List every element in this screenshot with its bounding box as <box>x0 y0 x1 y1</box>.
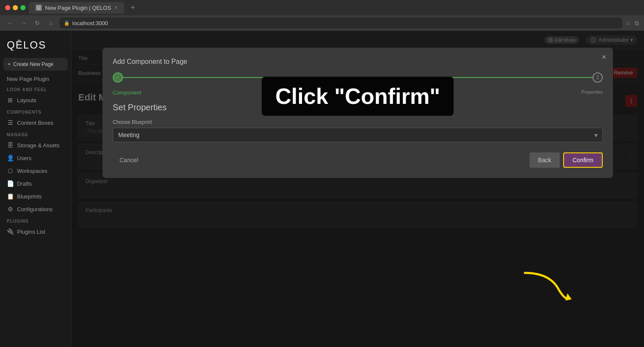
new-page-plugin-label: New Page Plugin <box>0 74 71 84</box>
step-2-label: Properties <box>581 89 603 95</box>
sidebar-item-blueprints-label: Blueprints <box>17 193 42 200</box>
lock-icon: 🔒 <box>64 20 70 26</box>
sidebar: QĒLOS + Create New Page New Page Plugin … <box>0 31 71 347</box>
main-content: Edit Mode Administrator ▾ Title Descript… <box>71 31 644 347</box>
modal-footer: Cancel Back Confirm <box>113 152 603 168</box>
blueprint-select-wrapper: Meeting Event Conference Workshop ▾ <box>113 128 603 142</box>
components-section: COMPONENTS <box>0 106 71 116</box>
back-button[interactable]: Back <box>530 152 560 168</box>
modal-footer-right: Back Confirm <box>530 152 603 168</box>
create-new-page-button[interactable]: + Create New Page <box>3 58 68 71</box>
sidebar-item-layouts-label: Layouts <box>17 97 37 103</box>
sidebar-item-plugins-label: Plugins List <box>17 229 45 235</box>
plus-icon: + <box>8 61 11 67</box>
browser-tab[interactable]: Q New Page Plugin | QELOS × <box>29 2 124 14</box>
tooltip-text: Click "Confirm" <box>275 84 440 109</box>
blueprint-select[interactable]: Meeting Event Conference Workshop <box>113 128 603 142</box>
workspaces-icon: ⬡ <box>7 167 14 174</box>
sidebar-item-workspaces[interactable]: ⬡ Workspaces <box>0 164 71 177</box>
minimize-traffic-light[interactable] <box>13 5 18 10</box>
create-new-page-label: Create New Page <box>13 61 54 67</box>
tab-close-button[interactable]: × <box>114 5 117 11</box>
maximize-traffic-light[interactable] <box>20 5 26 10</box>
sidebar-item-plugins-list[interactable]: 🔌 Plugins List <box>0 225 71 238</box>
look-and-feel-section: LOOK AND FEEL <box>0 84 71 94</box>
nav-icons-right: ☆ ⧉ <box>626 20 639 27</box>
bookmark-icon[interactable]: ☆ <box>626 20 631 27</box>
sidebar-item-content-boxes-label: Content Boxes <box>17 120 53 126</box>
sidebar-item-users[interactable]: 👤 Users <box>0 152 71 164</box>
close-traffic-light[interactable] <box>5 5 10 10</box>
sidebar-item-blueprints[interactable]: 📋 Blueprints <box>0 190 71 203</box>
sidebar-item-users-label: Users <box>17 155 31 161</box>
refresh-button[interactable]: ↻ <box>32 18 43 28</box>
step-1-label: Component <box>113 89 141 96</box>
layouts-icon: ⊞ <box>7 97 14 103</box>
sidebar-item-storage[interactable]: 🗄 Storage & Assets <box>0 139 71 152</box>
sidebar-item-drafts[interactable]: 📄 Drafts <box>0 177 71 190</box>
home-button[interactable]: ⌂ <box>46 18 56 28</box>
traffic-lights <box>5 5 26 10</box>
modal-title: Add Component to Page <box>113 58 603 66</box>
sidebar-item-storage-label: Storage & Assets <box>17 142 60 149</box>
app-container: QĒLOS + Create New Page New Page Plugin … <box>0 31 644 347</box>
sidebar-item-workspaces-label: Workspaces <box>17 168 47 174</box>
new-tab-button[interactable]: + <box>128 3 138 13</box>
sidebar-item-configurations[interactable]: ⚙ Configurations <box>0 203 71 215</box>
titlebar: Q New Page Plugin | QELOS × + <box>0 0 644 15</box>
sidebar-item-layouts[interactable]: ⊞ Layouts <box>0 94 71 106</box>
plugins-section: PLUGINS <box>0 215 71 225</box>
cancel-button[interactable]: Cancel <box>113 152 145 168</box>
modal-close-button[interactable]: × <box>601 53 606 62</box>
manage-section: MANAGE <box>0 129 71 139</box>
plugins-icon: 🔌 <box>7 228 14 235</box>
choose-blueprint-label: Choose Blueprint <box>113 119 603 125</box>
storage-icon: 🗄 <box>7 142 14 149</box>
step-1-done: ✓ <box>113 72 123 83</box>
confirm-button[interactable]: Confirm <box>563 152 603 168</box>
address-text: localhost:3000 <box>72 20 108 26</box>
tab-title: New Page Plugin | QELOS <box>45 5 111 11</box>
logo-text: QĒLOS <box>7 39 64 51</box>
sidebar-logo: QĒLOS <box>0 36 71 58</box>
browser-chrome: Q New Page Plugin | QELOS × + ← → ↻ ⌂ 🔒 … <box>0 0 644 31</box>
browser-navbar: ← → ↻ ⌂ 🔒 localhost:3000 ☆ ⧉ <box>0 15 644 31</box>
drafts-icon: 📄 <box>7 180 14 187</box>
step-2-num: 2 <box>593 72 603 83</box>
content-boxes-icon: ☰ <box>7 119 14 126</box>
configurations-icon: ⚙ <box>7 206 14 212</box>
sidebar-item-configurations-label: Configurations <box>17 206 53 212</box>
extensions-icon[interactable]: ⧉ <box>635 20 639 27</box>
tab-favicon: Q <box>36 5 42 11</box>
users-icon: 👤 <box>7 155 14 161</box>
blueprints-icon: 📋 <box>7 193 14 200</box>
sidebar-item-drafts-label: Drafts <box>17 181 32 187</box>
forward-button[interactable]: → <box>19 18 29 28</box>
click-confirm-tooltip: Click "Confirm" <box>262 77 453 116</box>
address-bar[interactable]: 🔒 localhost:3000 <box>60 17 622 29</box>
sidebar-item-content-boxes[interactable]: ☰ Content Boxes <box>0 116 71 129</box>
back-button[interactable]: ← <box>5 18 15 28</box>
